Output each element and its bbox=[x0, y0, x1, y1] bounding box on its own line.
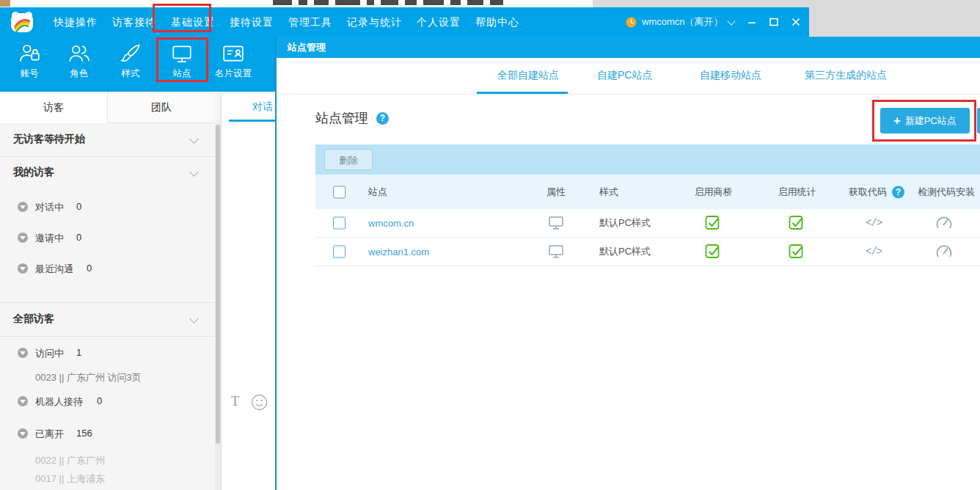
table-row[interactable]: wmcom.cn 默认PC样式 </> bbox=[315, 209, 980, 238]
table-header-row: 站点 属性 样式 启用商桥 启用统计 获取代码 ? 检测代码安装 bbox=[315, 175, 980, 209]
visitor-entry[interactable]: 0017 || 上海浦东 bbox=[35, 472, 105, 486]
table-row[interactable]: weizhan1.com 默认PC样式 </> bbox=[315, 238, 980, 266]
tree-label: 机器人接待 bbox=[35, 395, 83, 409]
section-all-visitors[interactable]: 全部访客 bbox=[0, 303, 215, 337]
desktop-background bbox=[809, 0, 980, 37]
toolbar-item-business-card[interactable]: 名片设置 bbox=[210, 42, 257, 80]
tree-item-in-dialog[interactable]: 对话中 0 bbox=[0, 200, 215, 215]
app-window: 快捷操作 访客接待 基础设置 接待设置 管理工具 记录与统计 个人设置 帮助中心… bbox=[0, 0, 980, 490]
tree-item-robot-reception[interactable]: 机器人接待 0 bbox=[0, 395, 215, 409]
toolbar-item-accounts[interactable]: 账号 bbox=[6, 42, 53, 80]
tab-third-party-sites[interactable]: 第三方生成的站点 bbox=[805, 69, 887, 82]
minimize-button[interactable] bbox=[745, 15, 758, 29]
text-format-icon[interactable]: T bbox=[231, 394, 239, 409]
site-monitor-icon bbox=[170, 42, 194, 65]
col-style: 样式 bbox=[599, 186, 618, 199]
close-button[interactable] bbox=[789, 15, 802, 29]
menu-item-reception-settings[interactable]: 接待设置 bbox=[222, 7, 281, 37]
section-title: 无访客等待开始 bbox=[13, 133, 85, 146]
col-attribute: 属性 bbox=[535, 186, 577, 199]
site-management-panel: 站点管理 全部自建站点 自建PC站点 自建移动站点 第三方生成的站点 站点管理 … bbox=[275, 37, 980, 490]
toolbar-item-styles[interactable]: 样式 bbox=[107, 42, 154, 80]
detect-code-gauge-icon[interactable] bbox=[935, 216, 953, 230]
page-title: 站点管理 bbox=[315, 109, 368, 127]
menu-item-visitor-reception[interactable]: 访客接待 bbox=[105, 7, 164, 37]
site-management-content: 站点管理 ? + 新建PC站点 删除 站点 属性 样式 启用商桥 启用统计 获取… bbox=[277, 95, 980, 490]
chevron-down-icon bbox=[189, 134, 199, 144]
tab-self-built-mobile-sites[interactable]: 自建移动站点 bbox=[700, 69, 761, 82]
new-pc-site-button[interactable]: + 新建PC站点 bbox=[880, 108, 970, 134]
site-link[interactable]: wmcom.cn bbox=[368, 218, 414, 229]
select-all-checkbox[interactable] bbox=[333, 186, 345, 198]
help-icon[interactable]: ? bbox=[376, 112, 389, 125]
tree-count: 0 bbox=[76, 232, 81, 243]
chevron-down-icon[interactable] bbox=[727, 17, 735, 25]
tree-item-inviting[interactable]: 邀请中 0 bbox=[0, 231, 215, 246]
chat-panel-partial: 对话 T bbox=[222, 92, 275, 490]
active-tab-underline bbox=[477, 92, 568, 94]
help-icon[interactable]: ? bbox=[892, 186, 904, 198]
user-name-status: wmcomcn（离开） bbox=[642, 15, 723, 29]
window-controls bbox=[745, 7, 802, 37]
style-name: 默认PC样式 bbox=[599, 216, 651, 230]
site-link[interactable]: weizhan1.com bbox=[368, 246, 429, 257]
clipped-button[interactable] bbox=[977, 108, 980, 134]
toolbar-label: 账号 bbox=[6, 67, 53, 80]
delete-button[interactable]: 删除 bbox=[324, 149, 373, 170]
get-code-icon[interactable]: </> bbox=[866, 246, 882, 257]
sidebar-scrollbar[interactable] bbox=[215, 123, 221, 490]
tab-conversation[interactable]: 对话 bbox=[252, 100, 275, 114]
tab-all-self-built-sites[interactable]: 全部自建站点 bbox=[497, 69, 559, 82]
toolbar-label: 角色 bbox=[56, 67, 103, 80]
col-get-code: 获取代码 bbox=[849, 186, 887, 199]
tree-count: 1 bbox=[76, 347, 81, 358]
get-code-icon[interactable]: </> bbox=[866, 217, 882, 229]
toolbar-label: 站点 bbox=[158, 67, 205, 80]
scrollbar-thumb[interactable] bbox=[216, 125, 220, 444]
menu-item-help-center[interactable]: 帮助中心 bbox=[468, 7, 527, 37]
row-checkbox[interactable] bbox=[333, 246, 345, 258]
stats-enabled-check-icon[interactable] bbox=[789, 216, 804, 231]
maximize-button[interactable] bbox=[767, 15, 780, 29]
tab-visitors[interactable]: 访客 bbox=[0, 92, 107, 123]
app-logo-icon bbox=[10, 10, 34, 34]
business-card-icon bbox=[222, 42, 245, 65]
clipped-background-text bbox=[273, 0, 503, 6]
toolbar-item-sites[interactable]: 站点 bbox=[158, 42, 205, 80]
visitor-entry[interactable]: 0022 || 广东广州 bbox=[35, 454, 105, 467]
pc-monitor-icon bbox=[548, 216, 564, 230]
active-tab-underline bbox=[229, 120, 275, 122]
menu-item-records-stats[interactable]: 记录与统计 bbox=[340, 7, 409, 37]
tree-node-icon bbox=[18, 202, 28, 212]
col-site: 站点 bbox=[368, 186, 387, 199]
panel-tab-site-management[interactable]: 站点管理 bbox=[288, 37, 326, 58]
tree-node-icon bbox=[18, 428, 28, 439]
row-checkbox[interactable] bbox=[333, 217, 345, 230]
new-pc-site-label: 新建PC站点 bbox=[905, 114, 957, 128]
section-no-visitor-waiting[interactable]: 无访客等待开始 bbox=[0, 123, 215, 157]
menu-item-basic-settings[interactable]: 基础设置 bbox=[164, 7, 222, 37]
tree-item-visiting[interactable]: 访问中 1 bbox=[0, 346, 215, 361]
menu-item-quick-actions[interactable]: 快捷操作 bbox=[46, 7, 105, 37]
main-menu: 快捷操作 访客接待 基础设置 接待设置 管理工具 记录与统计 个人设置 帮助中心 bbox=[46, 7, 527, 37]
tab-self-built-pc-sites[interactable]: 自建PC站点 bbox=[597, 69, 652, 82]
section-title: 我的访客 bbox=[13, 166, 54, 179]
emoji-icon[interactable] bbox=[251, 394, 268, 411]
menu-item-admin-tools[interactable]: 管理工具 bbox=[281, 7, 340, 37]
tree-item-recent-contact[interactable]: 最近沟通 0 bbox=[0, 262, 215, 277]
user-status-area[interactable]: wmcomcn（离开） bbox=[626, 7, 734, 37]
stats-enabled-check-icon[interactable] bbox=[789, 244, 804, 260]
section-title: 全部访客 bbox=[13, 312, 54, 326]
settings-icon-toolbar: 账号 角色 样式 站点 名片设置 bbox=[0, 37, 275, 92]
bridge-enabled-check-icon[interactable] bbox=[705, 216, 720, 231]
tree-item-left[interactable]: 已离开 156 bbox=[0, 427, 215, 442]
detect-code-gauge-icon[interactable] bbox=[935, 244, 953, 259]
bridge-enabled-check-icon[interactable] bbox=[705, 244, 720, 260]
section-my-visitors[interactable]: 我的访客 bbox=[0, 156, 215, 189]
toolbar-item-roles[interactable]: 角色 bbox=[56, 42, 103, 80]
visitor-entry[interactable]: 0023 || 广东广州 访问3页 bbox=[35, 371, 142, 384]
tab-team[interactable]: 团队 bbox=[107, 92, 215, 123]
tree-label: 访问中 bbox=[35, 347, 64, 360]
site-tabs-row: 全部自建站点 自建PC站点 自建移动站点 第三方生成的站点 bbox=[277, 58, 980, 95]
menu-item-personal-settings[interactable]: 个人设置 bbox=[409, 7, 468, 37]
